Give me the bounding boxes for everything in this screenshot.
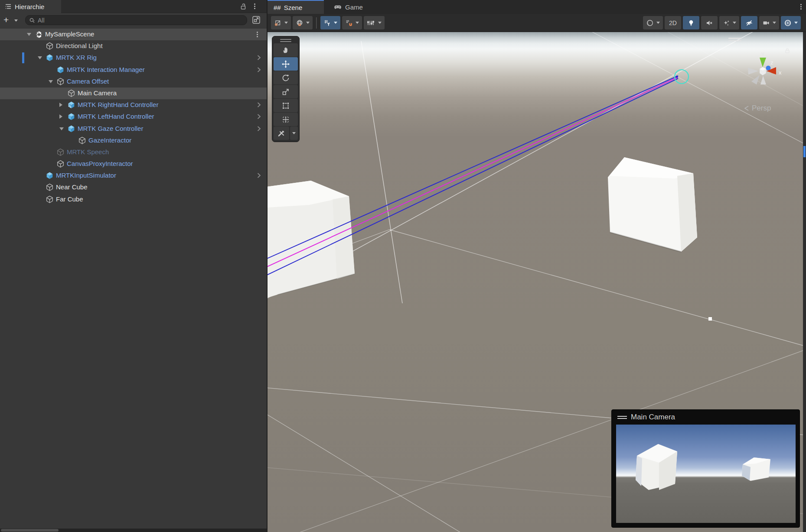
dropdown-caret-icon[interactable] — [656, 22, 660, 24]
dropdown-caret-icon[interactable] — [334, 22, 337, 24]
dropdown-caret-icon[interactable] — [733, 22, 736, 24]
tree-item-label: MRTK Speech — [67, 148, 109, 156]
tree-item-mrtk-interaction-manager[interactable]: MRTK Interaction Manager — [0, 64, 267, 76]
expander-open-icon[interactable] — [27, 33, 31, 36]
snap-increment-icon — [367, 19, 375, 27]
handle-orientation-button[interactable] — [293, 16, 313, 29]
tree-item-mrtk-gaze-controller[interactable]: MRTK Gaze Controller — [0, 123, 267, 135]
dropdown-caret-icon[interactable] — [773, 22, 776, 24]
tree-item-gazeinteractor[interactable]: GazeInteractor — [0, 135, 267, 146]
tree-item-camera-offset[interactable]: Camera Offset — [0, 76, 267, 88]
move-tool[interactable] — [274, 57, 298, 71]
gizmo-overlay-drag-handle[interactable] — [728, 38, 741, 41]
expander-open-icon[interactable] — [38, 56, 42, 59]
cube-outline-dim-icon — [56, 148, 65, 156]
tab-game[interactable]: Game — [329, 0, 367, 14]
dropdown-caret-icon[interactable] — [356, 22, 359, 24]
camera-preview-overlay[interactable]: Main Camera — [611, 409, 800, 528]
cube-outline-icon — [46, 42, 54, 50]
axis-y-label: y — [761, 50, 764, 57]
scene-vscrollbar[interactable] — [803, 32, 806, 532]
tab-scene[interactable]: ## Szene — [268, 0, 324, 14]
unlock-icon[interactable] — [239, 2, 248, 11]
scene-options-kebab-icon[interactable] — [257, 32, 258, 37]
hierarchy-hscrollbar-thumb[interactable] — [1, 529, 59, 532]
dropdown-caret-icon[interactable] — [284, 22, 288, 24]
view-2d-toggle[interactable]: 2D — [665, 16, 681, 29]
hierarchy-tabstrip: Hierarchie — [0, 0, 267, 13]
view-tool[interactable] — [274, 43, 298, 57]
tab-hierarchy[interactable]: Hierarchie — [0, 0, 61, 13]
rotate-tool[interactable] — [274, 71, 298, 84]
open-prefab-chevron-icon[interactable] — [255, 101, 262, 108]
expander-closed-icon[interactable] — [59, 103, 62, 107]
grid-visibility-toggle[interactable] — [320, 16, 340, 29]
cube-outline-icon — [67, 89, 75, 97]
hierarchy-menu-kebab-icon[interactable] — [254, 3, 255, 9]
open-prefab-chevron-icon[interactable] — [255, 125, 262, 132]
camera-preview-image — [616, 425, 796, 523]
effects-toggle[interactable] — [719, 16, 739, 29]
tree-item-far-cube[interactable]: Far Cube — [0, 194, 267, 205]
draw-mode-button[interactable] — [643, 16, 663, 29]
add-object-caret-icon[interactable] — [14, 19, 18, 22]
tools-overlay-drag-handle[interactable] — [274, 38, 298, 43]
expander-closed-icon[interactable] — [59, 114, 62, 119]
audio-toggle[interactable] — [701, 16, 718, 29]
tree-item-mrtk-speech[interactable]: MRTK Speech — [0, 146, 267, 158]
tree-item-mysamplescene[interactable]: MySampleScene — [0, 29, 267, 40]
tool-settings-pivot-button[interactable] — [271, 16, 291, 29]
open-prefab-chevron-icon[interactable] — [255, 54, 262, 61]
scale-tool[interactable] — [274, 85, 298, 98]
gizmos-toggle[interactable] — [781, 16, 801, 29]
custom-tool-dropdown[interactable] — [290, 127, 298, 140]
hierarchy-tab-label: Hierarchie — [15, 3, 44, 10]
hierarchy-list-icon — [4, 3, 12, 10]
prefab-cube-icon — [67, 125, 75, 133]
axis-z-label: z — [770, 59, 773, 66]
expander-open-icon[interactable] — [49, 80, 53, 83]
snap-increment-button[interactable] — [364, 16, 385, 29]
axis-gizmo[interactable]: y z x — [742, 50, 790, 94]
scene-menu-kebab-icon[interactable] — [800, 4, 802, 10]
orientation-gizmo: y z x Persp — [736, 43, 801, 117]
hierarchy-hscrollbar[interactable] — [0, 529, 267, 532]
camera-settings-button[interactable] — [759, 16, 779, 29]
tree-item-label: MRTK Interaction Manager — [67, 66, 145, 73]
hierarchy-search-box[interactable] — [25, 15, 247, 25]
pivot-square-icon — [274, 19, 282, 27]
dropdown-caret-icon[interactable] — [306, 22, 310, 24]
dropdown-caret-icon[interactable] — [794, 22, 798, 24]
rect-tool[interactable] — [274, 99, 298, 112]
dropdown-caret-icon[interactable] — [378, 22, 382, 24]
search-input[interactable] — [38, 17, 243, 24]
camera-preview-drag-handle[interactable] — [617, 416, 627, 419]
scene-viewport[interactable]: y z x Persp Main Camera — [268, 32, 803, 532]
tree-item-label: MRTK XR Rig — [56, 54, 97, 61]
expander-open-icon[interactable] — [59, 127, 64, 130]
tree-item-mrtk-righthand-controller[interactable]: MRTK RightHand Controller — [0, 99, 267, 111]
open-prefab-chevron-icon[interactable] — [255, 66, 262, 73]
lighting-toggle[interactable] — [683, 16, 699, 29]
tree-item-mrtkinputsimulator[interactable]: MRTKInputSimulator — [0, 170, 267, 182]
open-prefab-chevron-icon[interactable] — [255, 113, 262, 120]
open-prefab-chevron-icon[interactable] — [255, 172, 262, 179]
tree-item-main-camera[interactable]: Main Camera — [0, 88, 267, 99]
tree-item-canvasproxyinteractor[interactable]: CanvasProxyInteractor — [0, 158, 267, 170]
tree-item-label: Far Cube — [56, 195, 83, 203]
add-object-button[interactable]: + — [3, 15, 9, 24]
custom-tool[interactable] — [274, 127, 289, 140]
projection-toggle[interactable]: Persp — [744, 104, 771, 113]
scene-vscrollbar-thumb[interactable] — [803, 146, 806, 157]
tree-item-label: MRTKInputSimulator — [56, 172, 116, 179]
tree-item-mrtk-xr-rig[interactable]: MRTK XR Rig — [0, 52, 267, 64]
sparkle-icon — [722, 19, 730, 27]
popout-icon[interactable] — [251, 14, 262, 26]
tree-item-near-cube[interactable]: Near Cube — [0, 182, 267, 193]
scene-visibility-toggle[interactable] — [741, 16, 757, 29]
tree-item-mrtk-lefthand-controller[interactable]: MRTK LeftHand Controller — [0, 111, 267, 123]
grid-snap-toggle[interactable] — [342, 16, 362, 29]
transform-tool[interactable] — [274, 113, 298, 126]
camera-icon — [762, 19, 770, 27]
tree-item-directional-light[interactable]: Directional Light — [0, 40, 267, 52]
